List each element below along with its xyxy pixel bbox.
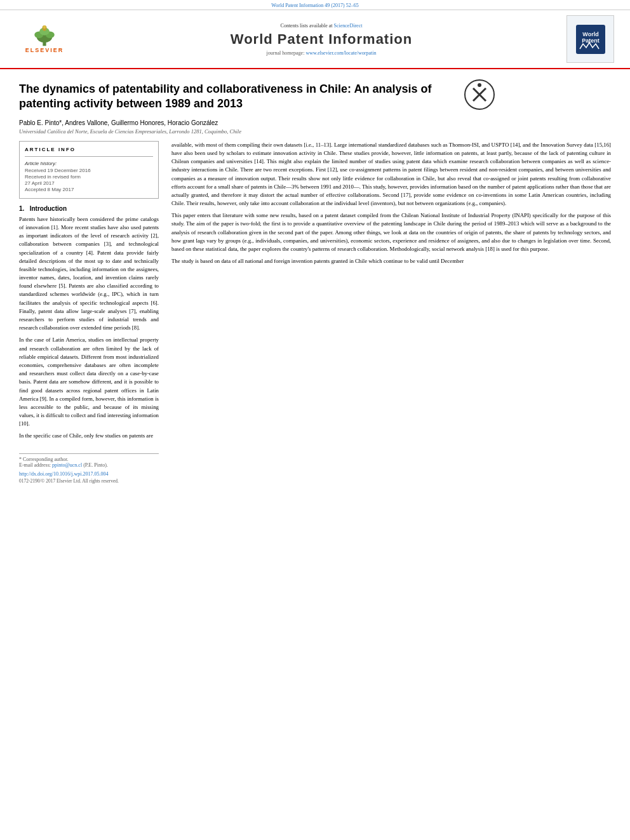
journal-title: World Patent Information xyxy=(76,31,566,48)
authors: Pablo E. Pinto*, Andres Vallone, Guiller… xyxy=(19,119,611,126)
elsevier-logo: ELSEVIER xyxy=(13,23,76,55)
issn-text: 0172-2190/© 2017 Elsevier Ltd. All right… xyxy=(19,478,159,484)
svg-text:Patent: Patent xyxy=(582,37,600,44)
wpi-logo-icon: World Patent xyxy=(575,23,607,55)
right-logo-area: World Patent xyxy=(566,15,617,63)
intro-paragraph-3: In the specific case of Chile, only few … xyxy=(19,432,159,440)
revised-date: 27 April 2017 xyxy=(25,180,153,186)
elsevier-wordmark: ELSEVIER xyxy=(25,47,64,53)
article-content: The dynamics of patentability and collab… xyxy=(0,69,630,497)
email-note: E-mail address: ppinto@ucn.cl (P.E. Pint… xyxy=(19,462,159,468)
received-date: Received 19 December 2016 xyxy=(25,168,153,173)
svg-text:World: World xyxy=(582,31,598,37)
article-title: The dynamics of patentability and collab… xyxy=(19,82,451,112)
title-row: The dynamics of patentability and collab… xyxy=(19,76,611,116)
revised-label: Received in revised form xyxy=(25,174,153,180)
contents-available-line: Contents lists available at ScienceDirec… xyxy=(76,23,566,29)
intro-paragraph-1: Patents have historically been considere… xyxy=(19,215,159,333)
intro-number: 1. xyxy=(19,205,24,212)
elsevier-tree-icon xyxy=(25,25,64,47)
info-divider xyxy=(25,156,153,157)
corresponding-author-note: * Corresponding author. xyxy=(19,457,159,462)
two-column-layout: ARTICLE INFO Article history: Received 1… xyxy=(19,141,611,484)
intro-title: Introduction xyxy=(30,205,67,212)
article-info-box: ARTICLE INFO Article history: Received 1… xyxy=(19,141,159,199)
doi-link[interactable]: http://dx.doi.org/10.1016/j.wpi.2017.05.… xyxy=(19,471,159,477)
journal-header: ELSEVIER Contents lists available at Sci… xyxy=(0,10,630,69)
right-para-1: available, with most of them compiling t… xyxy=(171,141,611,208)
homepage-line: journal homepage: www.elsevier.com/locat… xyxy=(76,50,566,56)
intro-heading: 1. Introduction xyxy=(19,205,159,212)
journal-ref-text: World Patent Information 49 (2017) 52–65 xyxy=(271,3,358,8)
homepage-link[interactable]: www.elsevier.com/locate/worpatin xyxy=(305,50,376,56)
right-para-3: The study is based on data of all nation… xyxy=(171,257,611,265)
article-info-heading: ARTICLE INFO xyxy=(25,147,153,152)
left-column: ARTICLE INFO Article history: Received 1… xyxy=(19,141,159,484)
footnote-area: * Corresponding author. E-mail address: … xyxy=(19,453,159,484)
affiliation: Universidad Católica del Norte, Escuela … xyxy=(19,128,611,135)
svg-point-13 xyxy=(478,83,481,87)
right-para-2: This paper enters that literature with s… xyxy=(171,211,611,253)
journal-reference-bar: World Patent Information 49 (2017) 52–65 xyxy=(0,0,630,10)
journal-center-info: Contents lists available at ScienceDirec… xyxy=(76,23,566,56)
right-column: available, with most of them compiling t… xyxy=(171,141,611,484)
intro-paragraph-2: In the case of Latin America, studies on… xyxy=(19,336,159,428)
accepted-date: Accepted 8 May 2017 xyxy=(25,187,153,192)
sciencedirect-link[interactable]: ScienceDirect xyxy=(334,23,363,29)
crossmark-icon[interactable] xyxy=(464,79,495,110)
wpi-logo-box: World Patent xyxy=(566,15,614,63)
right-col-content: available, with most of them compiling t… xyxy=(171,141,611,266)
email-link[interactable]: ppinto@ucn.cl xyxy=(52,462,82,468)
history-label: Article history: xyxy=(25,161,153,166)
svg-point-6 xyxy=(43,25,46,29)
